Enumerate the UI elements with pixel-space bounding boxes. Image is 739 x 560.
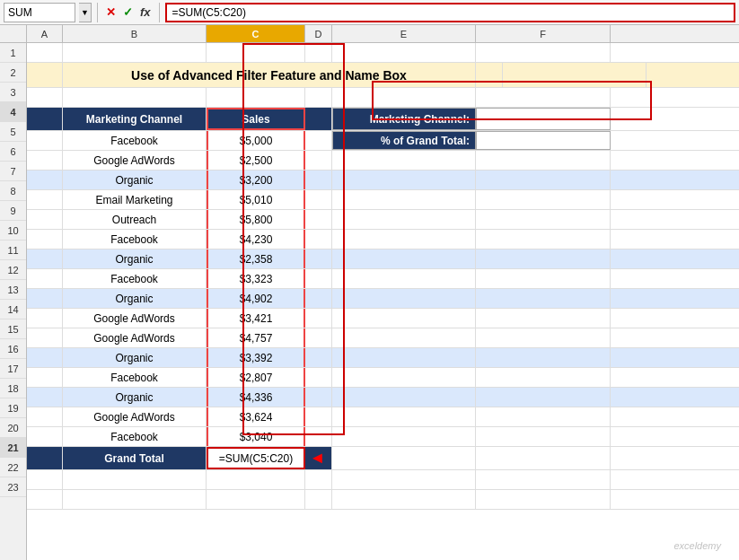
row-num-20[interactable]: 20: [0, 418, 26, 438]
row-num-4[interactable]: 4: [0, 102, 26, 122]
cell-a8[interactable]: [27, 190, 63, 209]
cell-c18[interactable]: $4,336: [207, 388, 305, 407]
cell-e17[interactable]: [332, 368, 476, 387]
row-num-10[interactable]: 10: [0, 221, 26, 241]
cell-d22[interactable]: [305, 470, 332, 489]
cell-f22[interactable]: [476, 470, 611, 489]
cell-a7[interactable]: [27, 171, 63, 189]
cell-c19[interactable]: $3,624: [207, 407, 305, 426]
cell-f13[interactable]: [476, 289, 611, 308]
cell-e3[interactable]: [332, 88, 476, 107]
cell-f15[interactable]: [476, 328, 611, 347]
cell-c4[interactable]: Sales: [207, 108, 305, 130]
cell-a18[interactable]: [27, 388, 63, 407]
cell-a23[interactable]: [27, 490, 63, 509]
cell-b20[interactable]: Facebook: [63, 427, 207, 446]
cell-e19[interactable]: [332, 407, 476, 426]
cell-f20[interactable]: [476, 427, 611, 446]
cell-b11[interactable]: Organic: [63, 249, 207, 268]
cell-b22[interactable]: [63, 470, 207, 489]
cell-a16[interactable]: [27, 348, 63, 367]
cell-e21[interactable]: [332, 447, 476, 469]
row-num-2[interactable]: 2: [0, 63, 26, 83]
cell-c23[interactable]: [207, 490, 305, 509]
cell-f4[interactable]: [476, 108, 611, 130]
cell-c14[interactable]: $3,421: [207, 309, 305, 328]
cell-f16[interactable]: [476, 348, 611, 367]
cell-a17[interactable]: [27, 368, 63, 387]
row-num-21[interactable]: 21: [0, 438, 26, 458]
cell-f19[interactable]: [476, 407, 611, 426]
cell-c8[interactable]: $5,010: [207, 190, 305, 209]
row-num-7[interactable]: 7: [0, 162, 26, 181]
cell-d21[interactable]: ◄: [305, 447, 332, 469]
cell-b3[interactable]: [63, 88, 207, 107]
cell-f3[interactable]: [476, 88, 611, 107]
cell-b15[interactable]: Google AdWords: [63, 328, 207, 347]
cell-e12[interactable]: [332, 269, 476, 288]
cell-b19[interactable]: Google AdWords: [63, 407, 207, 426]
row-num-18[interactable]: 18: [0, 379, 26, 398]
name-box[interactable]: SUM: [4, 3, 75, 22]
cell-d6[interactable]: [305, 151, 332, 170]
row-num-9[interactable]: 9: [0, 201, 26, 221]
cell-b23[interactable]: [63, 490, 207, 509]
cell-f6[interactable]: [476, 151, 611, 170]
cell-c13[interactable]: $4,902: [207, 289, 305, 308]
cell-b6[interactable]: Google AdWords: [63, 151, 207, 170]
cell-e13[interactable]: [332, 289, 476, 308]
cell-e7[interactable]: [332, 171, 476, 189]
cell-a12[interactable]: [27, 269, 63, 288]
cell-f10[interactable]: [476, 230, 611, 249]
cell-e20[interactable]: [332, 427, 476, 446]
cell-b18[interactable]: Organic: [63, 388, 207, 407]
row-num-17[interactable]: 17: [0, 359, 26, 379]
cell-a4[interactable]: [27, 108, 63, 130]
cell-b7[interactable]: Organic: [63, 171, 207, 189]
cell-d19[interactable]: [305, 407, 332, 426]
cell-d18[interactable]: [305, 388, 332, 407]
row-num-19[interactable]: 19: [0, 398, 26, 418]
row-num-11[interactable]: 11: [0, 241, 26, 260]
cancel-icon[interactable]: ✕: [103, 5, 119, 19]
cell-d1[interactable]: [305, 43, 332, 62]
cell-f12[interactable]: [476, 269, 611, 288]
cell-d15[interactable]: [305, 328, 332, 347]
cell-e8[interactable]: [332, 190, 476, 209]
cell-a10[interactable]: [27, 230, 63, 249]
cell-f7[interactable]: [476, 171, 611, 189]
formula-input[interactable]: [165, 3, 735, 22]
row-num-22[interactable]: 22: [0, 458, 26, 477]
cell-f1[interactable]: [476, 43, 611, 62]
cell-c15[interactable]: $4,757: [207, 328, 305, 347]
cell-c12[interactable]: $3,323: [207, 269, 305, 288]
cell-b5[interactable]: Facebook: [63, 131, 207, 150]
cell-c17[interactable]: $2,807: [207, 368, 305, 387]
cell-c11[interactable]: $2,358: [207, 249, 305, 268]
fx-icon[interactable]: fx: [137, 5, 154, 19]
row-num-14[interactable]: 14: [0, 300, 26, 319]
cell-a13[interactable]: [27, 289, 63, 308]
cell-a3[interactable]: [27, 88, 63, 107]
cell-e16[interactable]: [332, 348, 476, 367]
cell-b21[interactable]: Grand Total: [63, 447, 207, 469]
cell-d7[interactable]: [305, 171, 332, 189]
cell-a14[interactable]: [27, 309, 63, 328]
cell-c5[interactable]: $5,000: [207, 131, 305, 150]
confirm-icon[interactable]: ✓: [120, 5, 136, 19]
cell-b16[interactable]: Organic: [63, 348, 207, 367]
cell-e23[interactable]: [332, 490, 476, 509]
cell-e18[interactable]: [332, 388, 476, 407]
cell-b17[interactable]: Facebook: [63, 368, 207, 387]
cell-e11[interactable]: [332, 249, 476, 268]
row-num-15[interactable]: 15: [0, 319, 26, 339]
cell-a1[interactable]: [27, 43, 63, 62]
cell-d2[interactable]: [476, 63, 503, 87]
cell-d12[interactable]: [305, 269, 332, 288]
cell-d4[interactable]: [305, 108, 332, 130]
cell-f5[interactable]: [476, 131, 611, 150]
cell-b4[interactable]: Marketing Channel: [63, 108, 207, 130]
cell-b14[interactable]: Google AdWords: [63, 309, 207, 328]
cell-c20[interactable]: $3,040: [207, 427, 305, 446]
cell-a2[interactable]: [27, 63, 63, 87]
